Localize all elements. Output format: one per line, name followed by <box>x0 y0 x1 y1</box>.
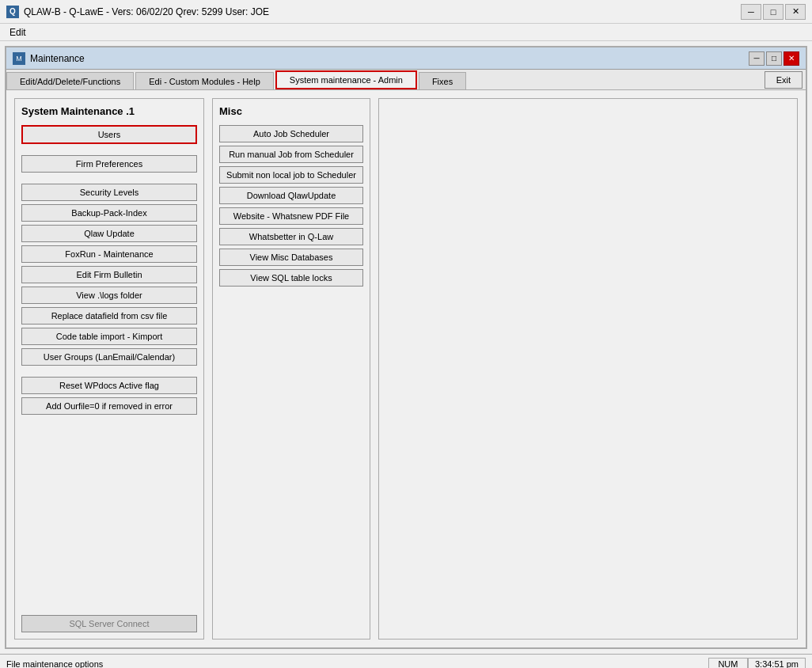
tab-bar: Edit/Add/Delete/Functions Edi - Custom M… <box>6 70 806 90</box>
misc-title: Misc <box>219 105 363 117</box>
tab-edit-add-delete[interactable]: Edit/Add/Delete/Functions <box>6 72 134 89</box>
inner-app-icon: M <box>13 52 25 65</box>
whatsbetter-qlaw-button[interactable]: Whatsbetter in Q-Law <box>219 228 363 245</box>
inner-minimize-button[interactable]: ─ <box>749 51 765 66</box>
view-sql-table-locks-button[interactable]: View SQL table locks <box>219 269 363 287</box>
inner-close-button[interactable]: ✕ <box>784 51 799 66</box>
website-whatsnew-button[interactable]: Website - Whatsnew PDF File <box>219 207 363 225</box>
system-maintenance-title: System Maintenance .1 <box>21 105 197 117</box>
time-display: 3:34:51 pm <box>748 658 806 669</box>
minimize-button[interactable]: ─ <box>741 4 761 20</box>
security-levels-button[interactable]: Security Levels <box>21 184 197 201</box>
user-groups-button[interactable]: User Groups (LanEmail/Calendar) <box>21 348 197 366</box>
backup-pack-index-button[interactable]: Backup-Pack-Index <box>21 204 197 222</box>
content-area: System Maintenance .1 Users Firm Prefere… <box>6 90 806 647</box>
view-misc-databases-button[interactable]: View Misc Databases <box>219 249 363 266</box>
download-qlawupdate-button[interactable]: Download QlawUpdate <box>219 187 363 204</box>
inner-maximize-button[interactable]: □ <box>766 51 782 66</box>
run-manual-job-button[interactable]: Run manual Job from Scheduler <box>219 146 363 163</box>
menu-bar: Edit <box>0 24 812 41</box>
window-controls: ─ □ ✕ <box>741 4 806 20</box>
maximize-button[interactable]: □ <box>763 4 784 20</box>
app-icon: Q <box>6 6 19 18</box>
users-button[interactable]: Users <box>21 125 197 144</box>
inner-window-title: Maintenance <box>30 53 749 64</box>
separator-1 <box>21 147 197 152</box>
submit-non-local-job-button[interactable]: Submit non local job to Scheduler <box>219 166 363 184</box>
close-button[interactable]: ✕ <box>785 4 806 20</box>
add-ourfile-button[interactable]: Add Ourfile=0 if removed in error <box>21 397 197 415</box>
num-indicator: NUM <box>708 658 748 669</box>
right-panel <box>378 98 798 640</box>
inner-window-controls: ─ □ ✕ <box>749 51 799 66</box>
status-bar: File maintenance options NUM 3:34:51 pm <box>0 654 812 668</box>
misc-panel: Misc Auto Job Scheduler Run manual Job f… <box>212 98 370 640</box>
tab-system-maintenance[interactable]: System maintenance - Admin <box>275 70 417 89</box>
app-title: QLAW-B - Q-LawE - Vers: 06/02/20 Qrev: 5… <box>24 6 741 17</box>
status-right: NUM 3:34:51 pm <box>708 658 806 669</box>
qlaw-update-button[interactable]: Qlaw Update <box>21 225 197 242</box>
replace-datafield-button[interactable]: Replace datafield from csv file <box>21 307 197 325</box>
inner-title-bar: M Maintenance ─ □ ✕ <box>6 47 806 70</box>
reset-wpdocs-button[interactable]: Reset WPdocs Active flag <box>21 377 197 394</box>
menu-edit[interactable]: Edit <box>3 25 32 40</box>
status-message: File maintenance options <box>6 659 708 669</box>
system-maintenance-panel: System Maintenance .1 Users Firm Prefere… <box>14 98 204 640</box>
separator-2 <box>21 176 197 180</box>
code-table-import-button[interactable]: Code table import - Kimport <box>21 328 197 345</box>
firm-preferences-button[interactable]: Firm Preferences <box>21 155 197 173</box>
view-logs-button[interactable]: View .\logs folder <box>21 287 197 304</box>
tab-fixes[interactable]: Fixes <box>419 72 466 89</box>
exit-button[interactable]: Exit <box>765 71 803 89</box>
foxrun-maintenance-button[interactable]: FoxRun - Maintenance <box>21 245 197 263</box>
edit-firm-bulletin-button[interactable]: Edit Firm Bulletin <box>21 266 197 283</box>
sql-server-connect-button[interactable]: SQL Server Connect <box>21 615 197 632</box>
separator-3 <box>21 369 197 374</box>
tab-edi-custom[interactable]: Edi - Custom Modules - Help <box>135 72 274 89</box>
inner-window: M Maintenance ─ □ ✕ Edit/Add/Delete/Func… <box>5 46 807 649</box>
title-bar: Q QLAW-B - Q-LawE - Vers: 06/02/20 Qrev:… <box>0 0 812 24</box>
auto-job-scheduler-button[interactable]: Auto Job Scheduler <box>219 125 363 142</box>
